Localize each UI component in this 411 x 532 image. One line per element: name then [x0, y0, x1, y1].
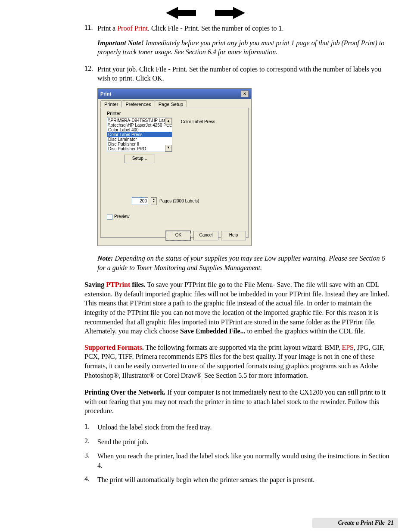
net-step-3: 3. When you reach the printer, load the …	[84, 451, 390, 470]
step-number: 11.	[84, 24, 97, 33]
saving-ptprint-para: Saving PTPrint files. To save your PTPri…	[84, 280, 390, 336]
step-text: Print your job. Click File - Print. Set …	[97, 65, 390, 83]
help-button[interactable]: Help	[221, 231, 246, 240]
tab-printer[interactable]: Printer	[100, 100, 122, 107]
page-content: 11. Print a Proof Print. Click File - Pr…	[84, 24, 390, 490]
tab-panel-printer: Printer \\PRIMERA-D94TEST\HP Laser… \\pt…	[100, 108, 249, 238]
tab-page-setup[interactable]: Page Setup	[155, 100, 187, 107]
printer-option[interactable]: Disc Publisher PRO	[107, 146, 172, 151]
step-number: 12.	[84, 65, 97, 83]
printer-option[interactable]: \\PRIMERA-D94TEST\HP Laser…	[107, 118, 172, 123]
printer-option[interactable]: Disc Publisher II	[107, 142, 172, 146]
next-page-button[interactable]	[215, 4, 245, 23]
ok-button[interactable]: OK	[166, 231, 191, 240]
svg-marker-1	[215, 7, 245, 19]
printer-option[interactable]: Disc Laminator	[107, 137, 172, 142]
important-note: Important Note! Immediately before you p…	[97, 38, 390, 57]
scroll-up-icon[interactable]: ▲	[165, 118, 172, 125]
proof-print-link[interactable]: Proof Print	[117, 25, 148, 32]
prev-page-button[interactable]	[166, 4, 196, 23]
setup-button[interactable]: Setup...	[124, 155, 155, 163]
supported-formats-para: Supported Formats. The following formats…	[84, 343, 390, 381]
net-step-1: 1. Unload the label stock from the feed …	[84, 423, 390, 432]
eps-link[interactable]: EPS	[342, 344, 354, 351]
close-icon[interactable]: ×	[241, 90, 249, 97]
note-body: Depending on the status of your supplies…	[97, 255, 385, 271]
pages-row: ▲▼ Pages (2000 Labels)	[132, 197, 199, 205]
ptprint-link[interactable]: PTPrint	[106, 281, 130, 288]
dialog-titlebar: Print ×	[98, 89, 251, 99]
nav-arrows	[0, 4, 411, 23]
printer-listbox[interactable]: \\PRIMERA-D94TEST\HP Laser… \\ptechsql\H…	[107, 118, 172, 152]
step-text: Print a Proof Print. Click File - Print.…	[97, 24, 390, 33]
step-12: 12. Print your job. Click File - Print. …	[84, 65, 390, 83]
supported-formats-link[interactable]: Supported Formats	[84, 344, 142, 351]
spinner-icon[interactable]: ▲▼	[151, 197, 157, 205]
footer-page: 21	[388, 520, 394, 526]
preview-label: Preview	[114, 214, 130, 219]
dialog-tabs: PrinterPreferencesPage Setup	[100, 100, 249, 108]
svg-marker-0	[166, 7, 196, 19]
pages-input[interactable]	[132, 197, 148, 205]
cancel-button[interactable]: Cancel	[193, 231, 218, 240]
footer-section: Create a Print File	[338, 520, 385, 526]
supplies-note: Note: Depending on the status of your su…	[97, 254, 390, 272]
printer-group-label: Printer	[107, 111, 121, 116]
preview-checkbox[interactable]	[107, 214, 112, 220]
printer-option[interactable]: \\ptechsql\HP LaserJet 4250 PCL	[107, 123, 172, 128]
note-lead: Note:	[97, 255, 113, 262]
net-step-4: 4. The print will automatically begin wh…	[84, 475, 390, 485]
scroll-down-icon[interactable]: ▼	[165, 145, 172, 152]
step-11: 11. Print a Proof Print. Click File - Pr…	[84, 24, 390, 33]
footer-strip: Create a Print File 21	[312, 518, 399, 528]
printer-option-selected[interactable]: Color Label Press	[107, 132, 172, 137]
pages-label: Pages (2000 Labels)	[159, 199, 199, 203]
dialog-buttons: OK Cancel Help	[166, 231, 246, 240]
selected-printer-label: Color Label Press	[181, 119, 215, 124]
printer-option[interactable]: Color Label 400	[107, 128, 172, 132]
net-step-2: 2. Send the print job.	[84, 437, 390, 447]
dialog-title: Print	[100, 91, 111, 96]
print-dialog: Print × PrinterPreferencesPage Setup Pri…	[97, 88, 252, 246]
network-steps: 1. Unload the label stock from the feed …	[84, 423, 390, 485]
note-lead: Important Note!	[97, 39, 144, 47]
printing-network-para: Printing Over the Network. If your compu…	[84, 388, 390, 416]
tab-preferences[interactable]: Preferences	[121, 100, 155, 107]
preview-checkbox-row: Preview	[107, 214, 130, 220]
